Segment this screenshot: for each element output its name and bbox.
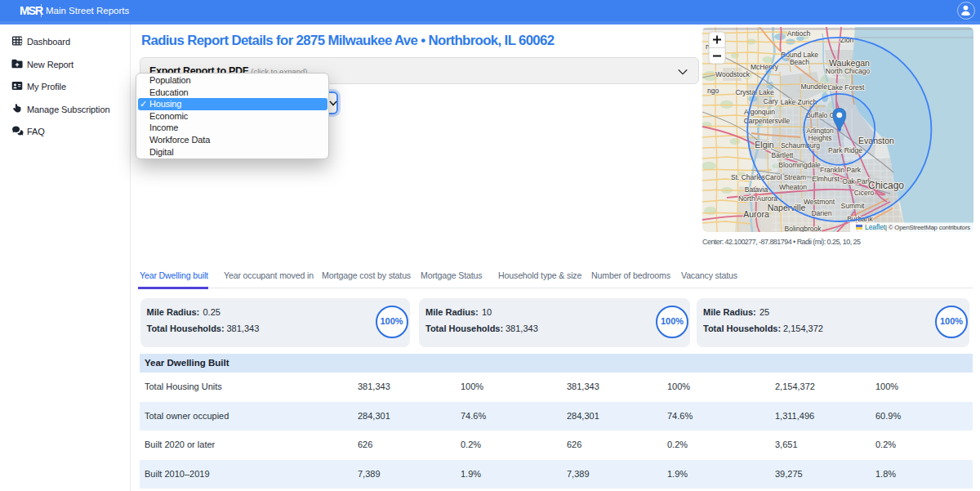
svg-text:ngo: ngo: [707, 87, 719, 95]
svg-text:Evanston: Evanston: [858, 136, 894, 145]
svg-text:Bolingbrook: Bolingbrook: [785, 225, 822, 232]
svg-text:Carpentersville: Carpentersville: [744, 117, 791, 125]
svg-text:Westmont: Westmont: [804, 198, 835, 206]
svg-text:Schaumburg: Schaumburg: [781, 141, 820, 150]
svg-text:| © OpenStreetMap contributors: | © OpenStreetMap contributors: [885, 224, 970, 231]
svg-text:North Aurora: North Aurora: [738, 194, 777, 203]
svg-text:Cicero: Cicero: [854, 189, 875, 197]
svg-text:Antioch: Antioch: [787, 29, 811, 38]
svg-text:Leaflet: Leaflet: [865, 223, 886, 231]
svg-text:Wheaton: Wheaton: [779, 183, 807, 191]
svg-text:Batavia: Batavia: [745, 185, 768, 194]
svg-text:North Chicago: North Chicago: [826, 67, 871, 75]
svg-text:Lake Forest: Lake Forest: [828, 83, 866, 92]
svg-text:Lake Zurich: Lake Zurich: [781, 98, 817, 106]
svg-text:Aurora: Aurora: [743, 209, 769, 219]
svg-text:Elgin: Elgin: [755, 140, 774, 150]
svg-text:Darien: Darien: [811, 209, 831, 217]
svg-text:Park Ridge: Park Ridge: [828, 146, 862, 154]
svg-text:Bloomingdale: Bloomingdale: [778, 161, 821, 169]
svg-text:Summit: Summit: [841, 202, 865, 210]
svg-text:Woodstock: Woodstock: [715, 70, 751, 78]
svg-text:Cary: Cary: [764, 97, 779, 105]
svg-text:Bartlett: Bartlett: [772, 151, 795, 159]
svg-text:Franklin Park: Franklin Park: [820, 166, 862, 174]
svg-text:Beach: Beach: [790, 58, 809, 66]
svg-text:Naperville: Naperville: [768, 203, 806, 212]
svg-text:Elmhurst: Elmhurst: [812, 175, 840, 183]
svg-text:Carol Stream: Carol Stream: [765, 173, 806, 181]
